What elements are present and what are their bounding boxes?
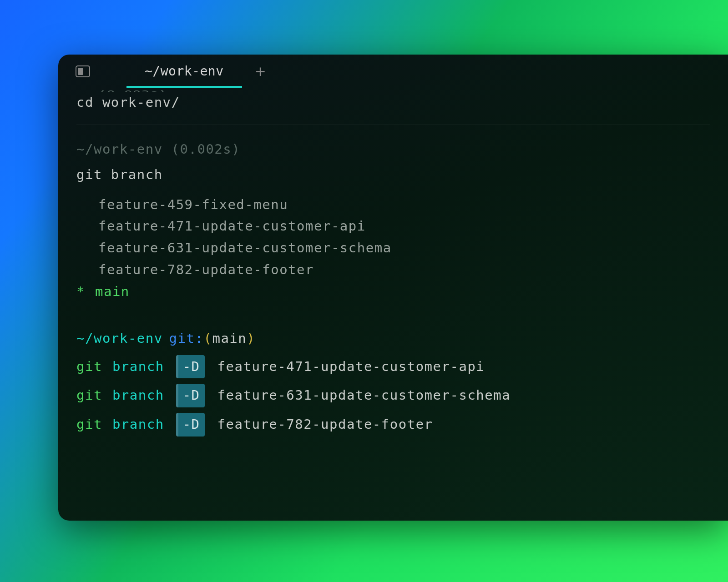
suggestion-line[interactable]: git branch -D feature-471-update-custome… <box>76 355 710 379</box>
suggestion-line[interactable]: git branch -D feature-631-update-custome… <box>76 384 710 407</box>
current-branch-name: main <box>95 284 130 299</box>
command-output: feature-459-fixed-menu feature-471-updat… <box>76 194 710 303</box>
prompt-branch-name: main <box>212 331 247 346</box>
prompt-block: ~/work-envgit:(main) git branch -D featu… <box>76 314 710 447</box>
subcommand-keyword: branch <box>112 356 164 378</box>
flag-badge: -D <box>176 413 205 436</box>
command-block: ~/work-env (0.002s) git branch feature-4… <box>76 125 710 314</box>
tab-work-env[interactable]: ~/work-env <box>126 55 242 88</box>
branch-item: feature-782-update-footer <box>98 259 710 281</box>
new-tab-button[interactable]: + <box>256 62 266 80</box>
branch-argument: feature-782-update-footer <box>217 414 433 436</box>
branch-argument: feature-631-update-customer-schema <box>217 385 511 406</box>
prompt-line: ~/work-envgit:(main) <box>76 328 710 350</box>
subcommand-keyword: branch <box>112 385 164 406</box>
command-line: cd work-env/ <box>76 92 710 114</box>
cmd-keyword: git <box>76 385 102 406</box>
terminal-window: ~/work-env + (0.002s) cd work-env/ ~/wor… <box>58 55 728 521</box>
prompt-paren-open: ( <box>203 331 212 346</box>
prompt-git-label: git: <box>169 331 204 346</box>
timing-text: (0.002s) <box>76 87 710 92</box>
prompt-path: ~/work-env <box>76 331 163 346</box>
current-branch-item: *main <box>76 281 710 303</box>
terminal-content[interactable]: (0.002s) cd work-env/ ~/work-env (0.002s… <box>58 88 728 447</box>
svg-rect-1 <box>78 68 83 75</box>
panels-icon[interactable] <box>76 65 90 77</box>
suggestion-line[interactable]: git branch -D feature-782-update-footer <box>76 413 710 436</box>
command-block: (0.002s) cd work-env/ <box>76 88 710 125</box>
command-line: git branch <box>76 164 710 186</box>
prompt-paren-close: ) <box>247 331 255 346</box>
flag-badge: -D <box>176 355 205 379</box>
branch-argument: feature-471-update-customer-api <box>217 356 485 378</box>
flag-badge: -D <box>176 384 205 407</box>
branch-item: feature-631-update-customer-schema <box>98 237 710 259</box>
prompt-line: ~/work-env (0.002s) <box>76 139 710 161</box>
branch-item: feature-459-fixed-menu <box>98 194 710 216</box>
cmd-keyword: git <box>76 356 102 378</box>
current-marker: * <box>76 284 85 299</box>
subcommand-keyword: branch <box>112 414 164 436</box>
tab-title: ~/work-env <box>145 64 224 79</box>
cmd-keyword: git <box>76 414 102 436</box>
branch-item: feature-471-update-customer-api <box>98 216 710 237</box>
tab-bar: ~/work-env + <box>58 55 728 88</box>
